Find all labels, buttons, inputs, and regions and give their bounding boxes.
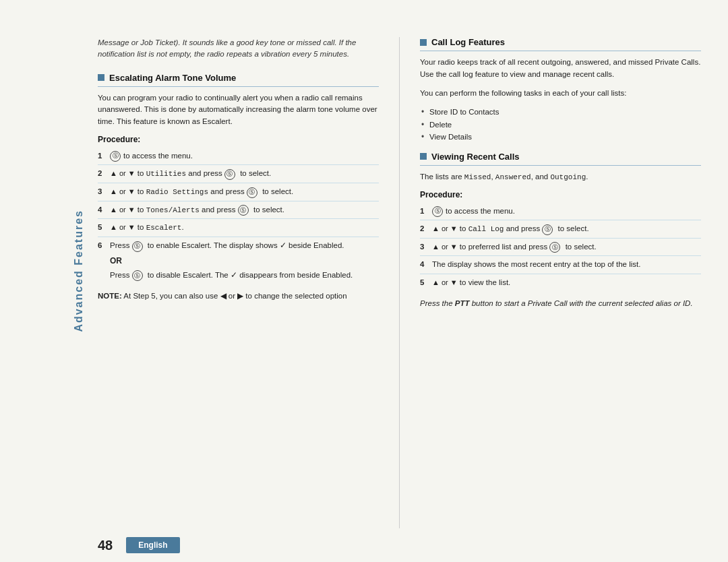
- step-6-alt: Press Ⓢ to disable Escalert. The ✓ disap…: [98, 270, 353, 282]
- mono-missed: Missed: [464, 173, 491, 181]
- step-content: to access the menu.: [123, 150, 379, 162]
- step-num: 6: [98, 240, 110, 251]
- call-log-heading: Call Log Features: [420, 37, 701, 51]
- step-num: 3: [98, 186, 110, 197]
- nav-arrow: ▲ or ▼: [432, 243, 458, 251]
- mono-text: Utilities: [146, 170, 186, 178]
- ok-icon: Ⓢ: [432, 206, 443, 217]
- call-log-title: Call Log Features: [431, 37, 505, 47]
- task-delete: Delete: [420, 119, 701, 131]
- heading-square-icon: [420, 153, 427, 160]
- step-num: 1: [420, 206, 432, 217]
- viewing-recent-calls-title: Viewing Recent Calls: [431, 152, 520, 162]
- step-4-right: 4 The display shows the most recent entr…: [420, 256, 701, 274]
- left-column: Message or Job Ticket). It sounds like a…: [98, 37, 400, 528]
- or-label: OR: [110, 255, 122, 267]
- page: Advanced Features Message or Job Ticket)…: [0, 0, 728, 562]
- steps-list-left: 1 Ⓢ to access the menu. 2 ▲ or ▼ to Util…: [98, 148, 379, 284]
- step-num: 1: [98, 150, 110, 162]
- step-content: ▲ or ▼ to Utilities and press Ⓢ to selec…: [110, 168, 379, 180]
- ok-icon: Ⓢ: [132, 241, 143, 252]
- step-1-right: 1 Ⓢ to access the menu.: [420, 203, 701, 220]
- tasks-intro: You can perform the following tasks in e…: [420, 88, 701, 100]
- step-2-right: 2 ▲ or ▼ to Call Log and press Ⓢ to sele…: [420, 220, 701, 239]
- steps-list-right: 1 Ⓢ to access the menu. 2 ▲ or ▼ to Call…: [420, 203, 701, 291]
- ok-icon: Ⓢ: [549, 242, 560, 253]
- step-5-right: 5 ▲ or ▼ to view the list.: [420, 274, 701, 291]
- step-num: 3: [420, 241, 432, 253]
- step-content: ▲ or ▼ to Tones/Alerts and press Ⓢ to se…: [110, 204, 379, 216]
- step-num: 2: [98, 168, 110, 179]
- ok-icon: Ⓢ: [110, 151, 121, 162]
- ok-icon-alt: Ⓢ: [132, 270, 143, 281]
- nav-arrow: ▲ or ▼: [110, 187, 135, 195]
- right-column: Call Log Features Your radio keeps track…: [400, 37, 701, 528]
- lists-text: The lists are Missed, Answered, and Outg…: [420, 171, 701, 183]
- mono-text: Call Log: [468, 225, 504, 233]
- ok-icon: Ⓢ: [542, 224, 553, 235]
- intro-italic: Message or Job Ticket). It sounds like a…: [98, 37, 379, 61]
- step-3-right: 3 ▲ or ▼ to preferred list and press Ⓢ t…: [420, 239, 701, 257]
- step-num: 5: [98, 222, 110, 233]
- nav-arrow: ▲ or ▼: [110, 206, 135, 214]
- ok-icon: Ⓢ: [224, 169, 235, 180]
- italic-note-right: Press the PTT button to start a Private …: [420, 298, 701, 309]
- content-area: Message or Job Ticket). It sounds like a…: [98, 37, 701, 528]
- step-content: The display shows the most recent entry …: [432, 259, 701, 270]
- mono-text: Tones/Alerts: [146, 206, 200, 214]
- step-num: 2: [420, 223, 432, 235]
- note-content: At Step 5, you can also use ◀ or ▶ to ch…: [123, 292, 346, 300]
- step-5-left: 5 ▲ or ▼ to Escalert.: [98, 219, 379, 237]
- ok-icon: Ⓢ: [247, 187, 257, 198]
- step-num: 4: [98, 204, 110, 216]
- procedure-label-left: Procedure:: [98, 135, 379, 144]
- mono-outgoing: Outgoing: [550, 173, 586, 181]
- sidebar-label-wrapper: Advanced Features: [73, 67, 85, 474]
- step-num: 5: [420, 277, 432, 288]
- note-label: NOTE:: [98, 292, 122, 300]
- call-log-intro: Your radio keeps track of all recent out…: [420, 57, 701, 81]
- viewing-recent-calls-heading: Viewing Recent Calls: [420, 152, 701, 166]
- nav-arrow: ▲ or ▼: [110, 223, 135, 231]
- step-content: Press Ⓢ to enable Escalert. The display …: [110, 240, 344, 252]
- bottom-bar: 48 English: [0, 528, 728, 562]
- step-content: to access the menu.: [446, 206, 701, 217]
- escalating-alarm-body: You can program your radio to continuall…: [98, 92, 379, 128]
- tasks-list: Store ID to Contacts Delete View Details: [420, 106, 701, 143]
- nav-arrow: ▲ or ▼: [432, 278, 458, 286]
- nav-arrow: ▲ or ▼: [110, 169, 135, 177]
- step-2-left: 2 ▲ or ▼ to Utilities and press Ⓢ to sel…: [98, 165, 379, 183]
- step-1-left: 1 Ⓢ to access the menu.: [98, 148, 379, 165]
- sidebar-label: Advanced Features: [73, 210, 85, 332]
- note-section: NOTE: At Step 5, you can also use ◀ or ▶…: [98, 290, 379, 302]
- step-content: ▲ or ▼ to view the list.: [432, 277, 701, 288]
- mono-text: Escalert: [146, 224, 182, 232]
- heading-square-icon: [98, 74, 104, 81]
- task-store: Store ID to Contacts: [420, 106, 701, 118]
- step-num: 4: [420, 259, 432, 270]
- step-content: ▲ or ▼ to Radio Settings and press Ⓢ to …: [110, 186, 379, 198]
- task-view-details: View Details: [420, 131, 701, 143]
- step-4-left: 4 ▲ or ▼ to Tones/Alerts and press Ⓢ to …: [98, 201, 379, 220]
- procedure-label-right: Procedure:: [420, 190, 701, 199]
- escalating-alarm-heading: Escalating Alarm Tone Volume: [98, 73, 379, 87]
- escalating-alarm-title: Escalating Alarm Tone Volume: [109, 73, 236, 83]
- step-content: ▲ or ▼ to Escalert.: [110, 222, 379, 234]
- ok-icon: Ⓢ: [238, 205, 249, 216]
- nav-arrow: ▲ or ▼: [432, 224, 458, 232]
- heading-square-icon: [420, 39, 427, 46]
- mono-answered: Answered: [495, 173, 531, 181]
- step-content: ▲ or ▼ to Call Log and press Ⓢ to select…: [432, 223, 701, 235]
- step-6-left: 6 Press Ⓢ to enable Escalert. The displa…: [98, 237, 379, 284]
- english-badge: English: [126, 537, 179, 553]
- step-3-left: 3 ▲ or ▼ to Radio Settings and press Ⓢ t…: [98, 183, 379, 201]
- page-number: 48: [98, 538, 113, 553]
- mono-text: Radio Settings: [146, 188, 208, 196]
- step-content: ▲ or ▼ to preferred list and press Ⓢ to …: [432, 241, 701, 253]
